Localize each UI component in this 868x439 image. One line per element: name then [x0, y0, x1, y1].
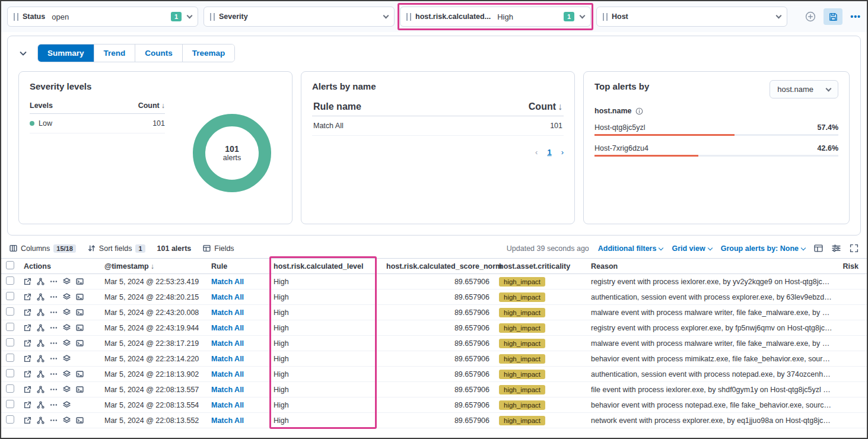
filter-host[interactable]: Host [596, 7, 787, 27]
more-actions-icon[interactable] [50, 386, 58, 393]
timeline-icon[interactable] [63, 401, 71, 409]
more-actions-icon[interactable] [50, 339, 58, 347]
row-checkbox[interactable] [6, 338, 14, 346]
analyze-event-icon[interactable] [37, 386, 44, 393]
analyze-event-icon[interactable] [37, 293, 44, 301]
analyze-event-icon[interactable] [37, 278, 44, 285]
expand-alert-icon[interactable] [24, 308, 31, 316]
filter-status[interactable]: Status open 1 [7, 7, 198, 27]
analyze-event-icon[interactable] [37, 324, 44, 332]
rule-link[interactable]: Match All [211, 308, 244, 317]
expand-alert-icon[interactable] [24, 324, 31, 332]
session-view-icon[interactable] [76, 370, 84, 378]
sort-fields-button[interactable]: Sort fields 1 [88, 244, 145, 253]
prev-page-icon[interactable]: ‹ [535, 148, 538, 157]
expand-alert-icon[interactable] [24, 339, 31, 347]
more-actions-icon[interactable] [50, 278, 58, 285]
more-actions-icon[interactable] [50, 355, 58, 362]
timeline-icon[interactable] [63, 386, 71, 393]
rule-link[interactable]: Match All [211, 416, 244, 425]
column-header-risk-score[interactable]: host.risk.calculated_score_norm [386, 262, 499, 271]
fields-button[interactable]: Fields [203, 244, 234, 253]
row-checkbox[interactable] [6, 400, 14, 408]
next-page-icon[interactable]: › [561, 148, 564, 157]
expand-alert-icon[interactable] [24, 278, 31, 285]
expand-alert-icon[interactable] [24, 416, 31, 424]
column-header-risk-level[interactable]: host.risk.calculated_level [274, 262, 386, 271]
add-control-button[interactable] [805, 11, 816, 22]
expand-alert-icon[interactable] [24, 370, 31, 378]
column-header-criticality[interactable]: host.asset.criticality [499, 262, 591, 271]
timeline-icon[interactable] [63, 278, 71, 285]
session-view-icon[interactable] [76, 339, 84, 347]
filter-severity[interactable]: Severity [204, 7, 395, 27]
tab-summary[interactable]: Summary [38, 44, 94, 62]
grid-settings-button[interactable] [832, 244, 841, 253]
timeline-icon[interactable] [63, 416, 71, 424]
row-checkbox[interactable] [6, 384, 14, 393]
collapse-panel-icon[interactable] [18, 49, 28, 58]
analyze-event-icon[interactable] [37, 370, 44, 378]
more-actions-icon[interactable] [50, 293, 58, 301]
timeline-icon[interactable] [63, 293, 71, 301]
session-view-icon[interactable] [76, 293, 84, 301]
page-number[interactable]: 1 [547, 148, 551, 157]
filter-host-risk-level[interactable]: host.risk.calculated... High 1 [400, 7, 591, 27]
timeline-icon[interactable] [63, 308, 71, 316]
analyze-event-icon[interactable] [37, 308, 44, 316]
rule-link[interactable]: Match All [211, 355, 244, 363]
expand-alert-icon[interactable] [24, 386, 31, 393]
session-view-icon[interactable] [76, 308, 84, 316]
session-view-icon[interactable] [76, 386, 84, 393]
fullscreen-button[interactable] [850, 244, 859, 253]
row-checkbox[interactable] [6, 292, 14, 300]
rule-link[interactable]: Match All [211, 386, 244, 394]
row-checkbox[interactable] [6, 323, 14, 331]
filter-bar-more-icon[interactable]: ••• [850, 12, 861, 21]
select-all-checkbox[interactable] [6, 261, 14, 269]
row-checkbox[interactable] [6, 369, 14, 377]
session-view-icon[interactable] [76, 416, 84, 424]
rule-link[interactable]: Match All [211, 401, 244, 409]
expand-alert-icon[interactable] [24, 355, 31, 362]
additional-filters-button[interactable]: Additional filters [598, 244, 663, 253]
rule-link[interactable]: Match All [211, 278, 244, 286]
timeline-icon[interactable] [63, 324, 71, 332]
row-checkbox[interactable] [6, 276, 14, 285]
analyze-event-icon[interactable] [37, 401, 44, 409]
column-header-reason[interactable]: Reason [591, 262, 838, 271]
analyze-event-icon[interactable] [37, 416, 44, 424]
rule-link[interactable]: Match All [211, 293, 244, 301]
timeline-icon[interactable] [63, 355, 71, 362]
session-view-icon[interactable] [76, 324, 84, 332]
columns-button[interactable]: Columns 15/18 [9, 244, 76, 253]
tab-treemap[interactable]: Treemap [183, 44, 235, 62]
top-alerts-field-select[interactable]: host.name [770, 80, 838, 98]
more-actions-icon[interactable] [50, 308, 58, 316]
analyze-event-icon[interactable] [37, 355, 44, 362]
tab-trend[interactable]: Trend [94, 44, 136, 62]
more-actions-icon[interactable] [50, 401, 58, 409]
tab-counts[interactable]: Counts [135, 44, 183, 62]
analyze-event-icon[interactable] [37, 339, 44, 347]
rule-link[interactable]: Match All [211, 339, 244, 348]
row-checkbox[interactable] [6, 415, 14, 424]
column-header-rule[interactable]: Rule [211, 262, 274, 271]
timeline-icon[interactable] [63, 370, 71, 378]
row-checkbox[interactable] [6, 307, 14, 316]
column-header-risk[interactable]: Risk [838, 262, 867, 271]
grid-view-button[interactable]: Grid view [672, 244, 711, 253]
inspect-table-button[interactable] [814, 244, 823, 253]
session-view-icon[interactable] [76, 278, 84, 285]
timeline-icon[interactable] [63, 339, 71, 347]
save-controls-button[interactable] [824, 8, 842, 25]
more-actions-icon[interactable] [50, 370, 58, 378]
rule-link[interactable]: Match All [211, 370, 244, 378]
group-alerts-by-button[interactable]: Group alerts by: None [721, 244, 805, 253]
more-actions-icon[interactable] [50, 416, 58, 424]
expand-alert-icon[interactable] [24, 293, 31, 301]
expand-alert-icon[interactable] [24, 401, 31, 409]
rule-link[interactable]: Match All [211, 324, 244, 332]
more-actions-icon[interactable] [50, 324, 58, 332]
row-checkbox[interactable] [6, 354, 14, 362]
